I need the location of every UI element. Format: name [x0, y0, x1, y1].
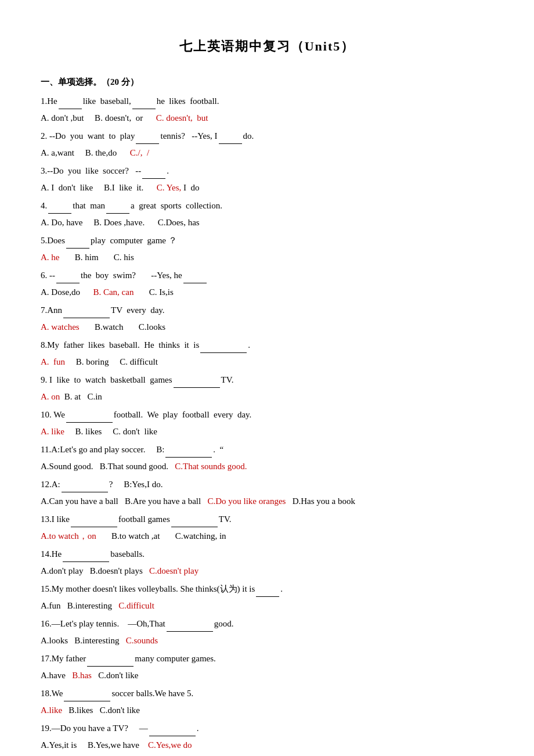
question-7: 7.AnnTV every day. A. watches B.watch C.… [41, 303, 493, 335]
question-18: 18.Wesoccer balls.We have 5. A.like B.li… [41, 686, 493, 718]
question-17: 17.My fathermany computer games. A.have … [41, 651, 493, 683]
question-3: 3.--Do you like soccer? --. A. I don't l… [41, 163, 493, 196]
question-6: 6. --the boy swim? --Yes, he A. Dose,do … [41, 268, 493, 300]
question-11: 11.A:Let's go and play soccer. B:. “ A.S… [41, 442, 493, 474]
page-title: 七上英语期中复习（Unit5） [41, 35, 493, 58]
question-14: 14.Hebaseballs. A.don't play B.doesn't p… [41, 546, 493, 579]
question-8: 8.My father likes baseball. He thinks it… [41, 337, 493, 370]
question-19: 19.—Do you have a TV? —. A.Yes,it is B.Y… [41, 721, 493, 753]
question-1: 1.Helike baseball,he likes football. A. … [41, 93, 493, 126]
question-13: 13.I likefootball gamesTV. A.to watch，on… [41, 512, 493, 544]
question-9: 9. I like to watch basketball gamesTV. A… [41, 372, 493, 405]
question-16: 16.—Let's play tennis. —Oh,Thatgood. A.l… [41, 616, 493, 649]
question-5: 5.Doesplay computer game ？ A. he B. him … [41, 233, 493, 265]
section1-title: 一、单项选择。（20 分） [41, 74, 493, 90]
question-15: 15.My mother doesn't likes volleyballs. … [41, 581, 493, 614]
question-10: 10. Wefootball. We play football every d… [41, 407, 493, 440]
question-2: 2. --Do you want to playtennis? --Yes, I… [41, 128, 493, 161]
question-12: 12.A:? B:Yes,I do. A.Can you have a ball… [41, 477, 493, 509]
question-4: 4.that mana great sports collection. A. … [41, 198, 493, 231]
